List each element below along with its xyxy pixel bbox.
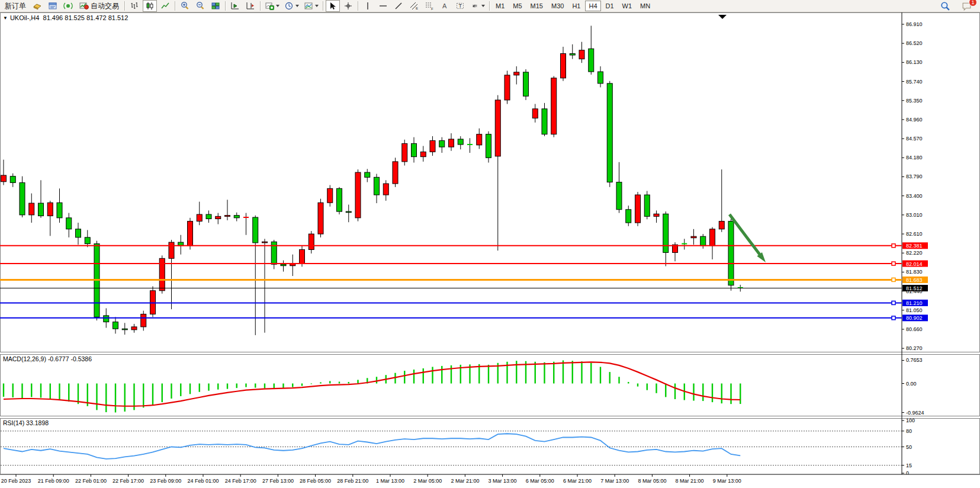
crosshair-icon[interactable] <box>341 0 355 12</box>
label-tool-icon[interactable]: T <box>453 0 467 12</box>
timeframe-d1[interactable]: D1 <box>602 1 618 11</box>
auto-trading-button[interactable]: 自动交易 <box>76 0 122 12</box>
candle-bull <box>719 221 724 229</box>
candle-bull <box>505 75 510 100</box>
price-tick-label: 86.130 <box>906 59 923 65</box>
macd-pane[interactable]: 0.76530.00-0.9624 <box>4 357 924 415</box>
candle-bear <box>20 182 25 214</box>
horizontal-line-tool-icon[interactable] <box>376 0 390 12</box>
svg-text:82.381: 82.381 <box>906 243 923 249</box>
candle-bull <box>579 50 584 59</box>
candle-bear <box>253 217 258 243</box>
horizontal-lines[interactable] <box>0 244 902 320</box>
candle-bear <box>542 109 547 134</box>
candle-bull <box>383 184 388 195</box>
price-tick-label: 84.570 <box>906 136 923 142</box>
annotation-arrow[interactable] <box>730 214 766 262</box>
time-tick-label: 8 Mar 05:00 <box>638 478 666 484</box>
snapshot-button[interactable] <box>302 0 320 12</box>
notification-badge: 1 <box>969 0 977 7</box>
candle-bear <box>234 216 239 218</box>
candle-bear <box>616 182 622 210</box>
chart-shift-icon[interactable] <box>243 0 258 12</box>
candle-bull <box>449 139 454 147</box>
price-tick-label: 85.740 <box>906 79 923 85</box>
candle-bear <box>38 203 44 216</box>
candle-bear <box>57 203 62 218</box>
rsi-line <box>4 434 740 459</box>
candle-bull <box>691 236 696 237</box>
fibo-letter: F <box>431 7 433 11</box>
price-tag-81.512: 81.512 <box>902 285 928 291</box>
price-tag-80.902: 80.902 <box>902 314 928 321</box>
time-tick-label: 21 Feb 09:00 <box>38 478 69 484</box>
auto-scroll-icon[interactable] <box>228 0 242 12</box>
vertical-line-tool-icon[interactable] <box>361 0 375 12</box>
price-tag-81.210: 81.210 <box>902 300 928 306</box>
new-order-button[interactable]: 新订单 <box>2 0 29 12</box>
svg-text:81.512: 81.512 <box>906 285 923 291</box>
time-tick-label: 28 Feb 05:00 <box>300 478 331 484</box>
time-tick-label: 8 Mar 21:00 <box>676 478 704 484</box>
time-tick-label: 27 Feb 13:00 <box>262 478 294 484</box>
candle-bull <box>393 162 398 184</box>
equidistant-channel-icon[interactable]: E <box>407 0 421 12</box>
search-icon[interactable] <box>938 0 952 12</box>
timeframe-m5[interactable]: M5 <box>509 1 525 11</box>
timeframe-m30[interactable]: M30 <box>548 1 567 11</box>
candle-bear <box>701 236 706 246</box>
timeframe-w1[interactable]: W1 <box>619 1 636 11</box>
fibonacci-tool-icon[interactable]: F <box>422 0 436 12</box>
hline-handle <box>892 244 895 248</box>
timeframe-h1[interactable]: H1 <box>568 1 584 11</box>
zoom-in-icon[interactable] <box>178 0 192 12</box>
candle-bear <box>607 84 612 182</box>
candle-bull <box>309 234 314 249</box>
text-tool-icon[interactable]: A <box>438 0 452 12</box>
chart-canvas[interactable]: 86.91086.52086.13085.74085.35084.96084.5… <box>0 12 980 488</box>
trendline-tool-icon[interactable] <box>391 0 406 12</box>
data-window-icon[interactable] <box>46 0 60 12</box>
chart-candles-icon[interactable] <box>143 0 157 12</box>
candle-bear <box>589 49 594 72</box>
candle-bull <box>561 54 566 78</box>
period-clock-button[interactable] <box>282 0 301 12</box>
hline-handle <box>892 301 895 304</box>
candle-bull <box>262 242 268 243</box>
price-tick-label: 80.270 <box>906 345 923 351</box>
candle-bull <box>47 203 53 216</box>
cursor-icon[interactable] <box>326 0 340 12</box>
toolbar-separator <box>489 1 490 11</box>
price-tick-label: 83.790 <box>906 174 923 179</box>
price-tag-82.381: 82.381 <box>902 242 928 249</box>
rsi-pane[interactable]: 1008050150 <box>1 418 915 476</box>
macd-axis-label: 0.00 <box>906 381 917 387</box>
price-tick-label: 82.220 <box>906 250 923 256</box>
rsi-axis-label: 50 <box>906 444 912 450</box>
timeframe-m1[interactable]: M1 <box>492 1 508 11</box>
chart-line-icon[interactable] <box>158 0 172 12</box>
candle-bull <box>141 314 146 326</box>
time-tick-label: 22 Feb 17:00 <box>113 478 144 484</box>
time-tick-label: 24 Feb 17:00 <box>225 478 256 484</box>
toolbar-separator <box>260 1 261 11</box>
tile-windows-icon[interactable] <box>208 0 223 12</box>
chart-shift-marker[interactable] <box>718 15 727 19</box>
price-tick-label: 82.610 <box>906 231 923 237</box>
timeframe-m15[interactable]: M15 <box>527 1 547 11</box>
chart-window[interactable]: 86.91086.52086.13085.74085.35084.96084.5… <box>0 12 980 488</box>
timeframe-h4[interactable]: H4 <box>585 1 600 11</box>
arrows-tool-icon[interactable] <box>468 0 487 12</box>
strategy-signal-icon[interactable] <box>61 0 75 12</box>
zoom-out-icon[interactable] <box>193 0 207 12</box>
notifications-icon[interactable]: 1 <box>959 0 973 12</box>
timeframe-mn[interactable]: MN <box>637 1 654 11</box>
collapse-triangle-icon[interactable]: ▼ <box>3 15 8 21</box>
candle-bear <box>663 214 669 252</box>
hline-handle <box>892 278 895 281</box>
market-watch-icon[interactable] <box>30 0 44 12</box>
time-axis[interactable]: 20 Feb 202321 Feb 09:0022 Feb 01:0022 Fe… <box>0 474 980 484</box>
new-chart-button[interactable] <box>263 0 281 12</box>
chart-bars-icon[interactable] <box>127 0 142 12</box>
macd-axis-label: -0.9624 <box>906 410 924 416</box>
